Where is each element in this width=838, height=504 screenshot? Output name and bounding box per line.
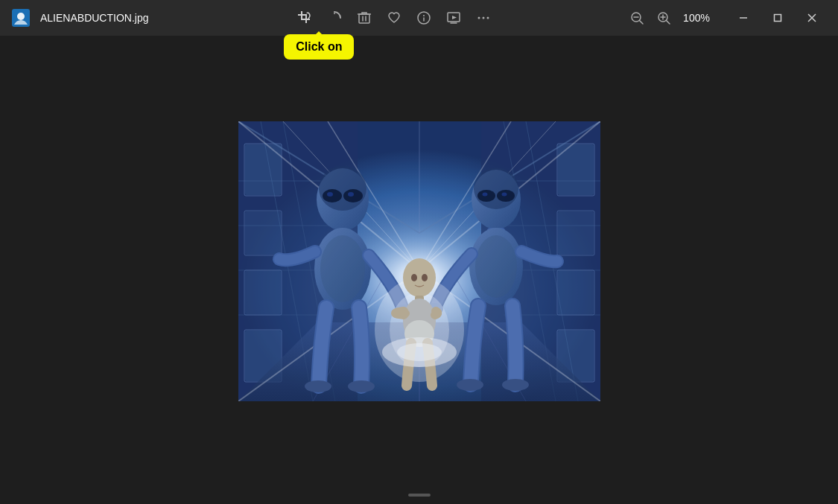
slideshow-button[interactable] xyxy=(440,4,467,31)
more-button[interactable] xyxy=(470,4,497,31)
zoom-in-button[interactable] xyxy=(652,6,676,30)
zoom-level-display: 100% xyxy=(679,12,714,24)
svg-point-11 xyxy=(478,17,480,19)
svg-point-13 xyxy=(487,17,489,19)
close-button[interactable] xyxy=(795,6,829,30)
bottom-bar xyxy=(0,486,838,504)
titlebar: ALIENABDUCTION.jpg Click on xyxy=(0,0,838,36)
svg-rect-5 xyxy=(305,14,307,23)
toolbar: Click on xyxy=(163,4,625,31)
adjust-button[interactable] xyxy=(321,4,348,31)
maximize-button[interactable] xyxy=(761,6,795,30)
svg-rect-6 xyxy=(359,14,369,23)
svg-point-8 xyxy=(423,15,425,16)
window-controls xyxy=(726,6,829,30)
svg-rect-16 xyxy=(775,15,781,22)
svg-point-12 xyxy=(483,17,485,19)
favorite-button[interactable] xyxy=(381,4,407,31)
delete-button[interactable] xyxy=(351,4,378,31)
svg-point-1 xyxy=(17,13,25,20)
main-content xyxy=(0,36,838,486)
click-on-tooltip: Click on xyxy=(284,34,354,60)
zoom-out-button[interactable] xyxy=(625,6,649,30)
svg-rect-99 xyxy=(238,121,600,401)
svg-marker-10 xyxy=(452,16,457,19)
app-logo xyxy=(9,6,33,30)
file-title: ALIENABDUCTION.jpg xyxy=(40,12,148,24)
info-button[interactable] xyxy=(410,4,437,31)
zoom-controls: 100% xyxy=(625,6,714,30)
crop-button[interactable]: Click on xyxy=(291,4,318,31)
scroll-indicator xyxy=(408,494,431,497)
minimize-button[interactable] xyxy=(726,6,761,30)
image-viewer xyxy=(238,121,600,401)
